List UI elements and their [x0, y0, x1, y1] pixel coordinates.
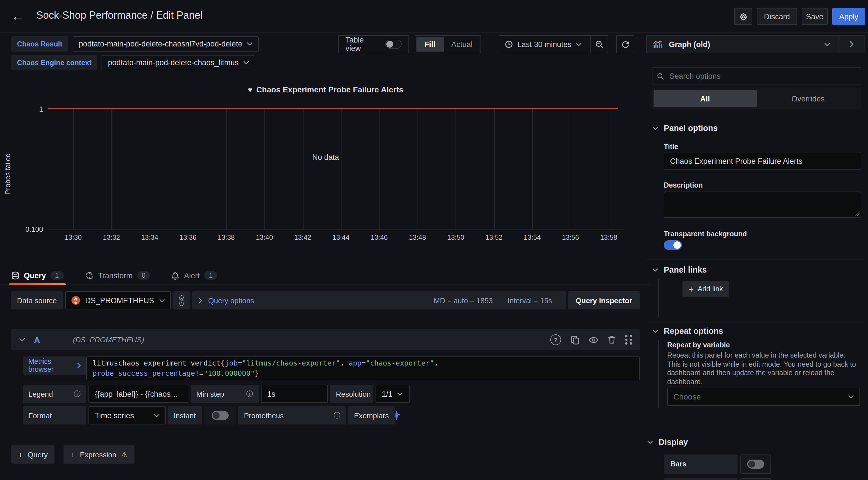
panel-links-header[interactable]: Panel links [652, 265, 707, 274]
x-tick-label: 13:56 [553, 234, 587, 241]
page-title: Sock-Shop Performance / Edit Panel [36, 10, 203, 22]
x-tick-label: 13:36 [171, 234, 205, 241]
min-step-input[interactable]: 1s [261, 385, 328, 403]
promql-editor[interactable]: litmuschaos_experiment_verdict{job="litm… [86, 356, 640, 380]
format-value: Time series [95, 411, 134, 420]
table-view-label: Table view [345, 36, 379, 53]
transform-icon [85, 271, 93, 280]
plot-area[interactable] [48, 109, 625, 230]
resolution-select[interactable]: 1/1 [376, 385, 410, 403]
metrics-browser-button[interactable]: Metrics browser [23, 356, 86, 375]
display-row-partial [664, 478, 738, 480]
trash-icon[interactable] [608, 336, 616, 344]
y-axis-label: Probes failed [4, 143, 12, 205]
panel-settings-button[interactable] [734, 8, 752, 25]
exemplars-field[interactable]: Exemplars [348, 406, 395, 424]
search-options-input[interactable] [668, 71, 856, 81]
fill-segment[interactable]: Fill [416, 37, 443, 52]
time-range-label: Last 30 minutes [517, 40, 571, 48]
add-query-button[interactable]: + Query [11, 445, 55, 464]
resize-handle[interactable] [855, 211, 860, 216]
table-view-toggle[interactable] [385, 40, 402, 49]
refresh-button[interactable] [616, 35, 634, 53]
section-divider [646, 322, 865, 322]
gridline [150, 109, 150, 230]
y-tick-min: 0.100 [21, 226, 43, 234]
title-field-label: Title [664, 143, 678, 151]
repeat-variable-select[interactable]: Choose [667, 388, 860, 406]
discard-button[interactable]: Discard [757, 8, 797, 25]
data-source-picker[interactable]: DS_PROMETHEUS [65, 291, 171, 309]
chevron-down-icon [824, 42, 830, 46]
actual-segment[interactable]: Actual [443, 37, 480, 52]
alert-heart-icon: ♥ [248, 85, 252, 94]
eye-icon[interactable] [589, 336, 598, 343]
chevron-down-icon [19, 338, 25, 342]
add-link-button[interactable]: + Add link [682, 281, 729, 297]
variable-label: Chaos Engine context [11, 55, 97, 70]
panel-header[interactable]: ♥Chaos Experiment Probe Failure Alerts [0, 85, 651, 94]
repeat-options-header[interactable]: Repeat options [652, 327, 723, 336]
variable-value-dropdown[interactable]: podtato-main-pod-delete-chaosnl7vd-pod-d… [73, 36, 259, 52]
prometheus-type-label: Prometheus ⓘ [238, 406, 346, 424]
query-row-header[interactable]: A (DS_PROMETHEUS) ? [11, 329, 640, 350]
legend-value: {{app_label}} - {{chaos… [95, 389, 178, 398]
filter-tab-all[interactable]: All [654, 90, 756, 107]
plus-icon: + [689, 284, 694, 294]
variable-value-dropdown[interactable]: podtato-main-pod-delete-chaos_litmus [102, 55, 255, 70]
data-source-help-button[interactable]: ? [173, 291, 190, 309]
query-help-icon[interactable]: ? [550, 334, 561, 345]
time-range-picker[interactable]: Last 30 minutes [499, 40, 590, 48]
save-button[interactable]: Save [802, 8, 828, 25]
info-icon: ⓘ [68, 389, 81, 399]
transparent-background-toggle[interactable] [664, 240, 682, 250]
query-options-bar[interactable]: Query options MD = auto = 1853 Interval … [192, 291, 566, 309]
gridline [379, 109, 380, 230]
info-icon: ⓘ [328, 411, 340, 420]
bars-toggle[interactable] [747, 459, 764, 469]
promql-line-1: litmuschaos_experiment_verdict{job="litm… [92, 358, 634, 368]
chevron-down-icon [159, 298, 164, 302]
legend-input[interactable]: {{app_label}} - {{chaos… [89, 385, 188, 403]
instant-toggle[interactable] [212, 411, 229, 420]
resolution-value: 1/1 [382, 389, 393, 398]
panel-title-input[interactable] [664, 152, 861, 170]
search-options-box [652, 67, 861, 84]
tab-transform[interactable]: Transform 0 [85, 266, 150, 284]
bars-toggle-box [740, 454, 771, 474]
zoom-out-button[interactable] [591, 40, 608, 48]
tab-alert[interactable]: Alert 1 [172, 266, 217, 284]
info-icon: ⓘ [241, 389, 253, 399]
tab-query[interactable]: Query 1 [11, 266, 63, 284]
legend-field-label: Legend ⓘ [23, 385, 86, 403]
duplicate-icon[interactable] [571, 335, 579, 344]
gridline [456, 109, 457, 230]
add-expression-button[interactable]: + Expression ⚠ [64, 445, 134, 464]
drag-handle-icon[interactable] [625, 335, 632, 345]
chevron-down-icon [243, 61, 249, 65]
filter-tab-overrides[interactable]: Overrides [756, 90, 860, 107]
query-ds-hint: (DS_PROMETHEUS) [73, 336, 144, 344]
chevron-right-icon [849, 41, 854, 47]
tab-count-badge: 0 [137, 271, 150, 280]
options-filter-tabs: All Overrides [652, 89, 861, 109]
query-options-label: Query options [208, 296, 254, 305]
section-guide-line [658, 340, 659, 408]
query-ref-id: A [34, 335, 40, 344]
panel-description-textarea[interactable] [664, 192, 861, 217]
refresh-icon [621, 40, 629, 48]
max-data-points-info: MD = auto = 1853 [434, 296, 493, 305]
back-arrow-icon[interactable]: ← [11, 8, 24, 24]
button-label: Query [28, 450, 48, 459]
zoom-out-icon [595, 40, 603, 48]
format-select[interactable]: Time series [89, 406, 166, 424]
gridline [226, 109, 227, 230]
tab-label: Query [24, 271, 46, 280]
display-section-header[interactable]: Display [647, 438, 688, 447]
gridline [112, 109, 112, 230]
collapse-options-pane-button[interactable] [838, 36, 864, 53]
panel-options-header[interactable]: Panel options [652, 124, 718, 133]
query-inspector-button[interactable]: Query inspector [568, 291, 640, 309]
apply-button[interactable]: Apply [832, 8, 865, 25]
visualization-picker[interactable]: Graph (old) [646, 35, 865, 53]
